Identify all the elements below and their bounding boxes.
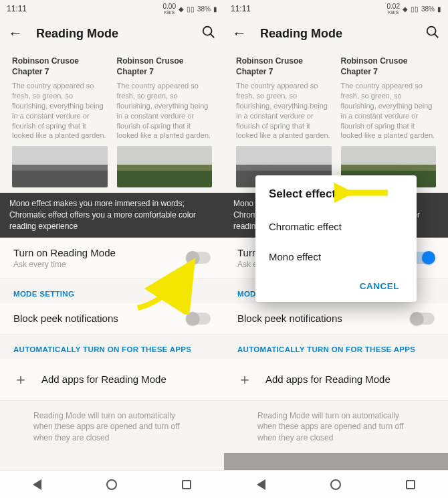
preview-text: The country appeared so fresh, so green,… bbox=[341, 81, 437, 141]
svg-point-2 bbox=[427, 26, 436, 35]
block-notifications-toggle[interactable] bbox=[411, 313, 435, 325]
phone-right: 11:11 0.02KB/S ◆ ▯▯ 38% ▮ ← Reading Mode… bbox=[224, 0, 448, 498]
dialog-option-mono[interactable]: Mono effect bbox=[269, 242, 403, 272]
battery-pct: 38% bbox=[421, 5, 435, 13]
signal-icon: ▯▯ bbox=[411, 5, 419, 13]
preview-image-mono bbox=[12, 146, 108, 187]
preview-title: Robinson Crusoe Chapter 7 bbox=[117, 56, 213, 77]
preview-mono[interactable]: Robinson Crusoe Chapter 7 The country ap… bbox=[236, 56, 332, 187]
block-notifications-row[interactable]: Block peek notifications bbox=[0, 303, 224, 335]
back-icon[interactable]: ← bbox=[8, 25, 23, 42]
preview-title: Robinson Crusoe Chapter 7 bbox=[12, 56, 108, 77]
nav-home-icon[interactable] bbox=[330, 479, 341, 490]
preview-image-chromatic bbox=[117, 146, 213, 187]
phone-left: 11:11 0.00KB/S ◆ ▯▯ 38% ▮ ← Reading Mode… bbox=[0, 0, 224, 498]
dialog-cancel-button[interactable]: CANCEL bbox=[269, 272, 403, 294]
svg-line-1 bbox=[211, 33, 215, 37]
battery-icon: ▮ bbox=[437, 5, 441, 13]
svg-point-0 bbox=[203, 26, 212, 35]
status-bar: 11:11 0.02KB/S ◆ ▯▯ 38% ▮ bbox=[224, 0, 448, 17]
app-header: ← Reading Mode bbox=[0, 17, 224, 50]
effect-description-banner: Mono effect makes you more immersed in w… bbox=[0, 193, 224, 237]
auto-apps-note: Reading Mode will turn on automatically … bbox=[0, 401, 224, 453]
nav-recents-icon[interactable] bbox=[406, 480, 415, 489]
plus-icon: ＋ bbox=[237, 369, 252, 390]
block-notifications-toggle[interactable] bbox=[187, 313, 211, 325]
turn-on-reading-mode-row[interactable]: Turn on Reading Mode Ask every time bbox=[0, 238, 224, 279]
row-subtext: Ask every time bbox=[13, 260, 187, 269]
status-bar: 11:11 0.00KB/S ◆ ▯▯ 38% ▮ bbox=[0, 0, 224, 17]
status-time: 11:11 bbox=[7, 4, 27, 13]
signal-icon: ▯▯ bbox=[187, 5, 195, 13]
page-title: Reading Mode bbox=[36, 27, 201, 41]
preview-chromatic[interactable]: Robinson Crusoe Chapter 7 The country ap… bbox=[341, 56, 437, 187]
effect-previews: Robinson Crusoe Chapter 7 The country ap… bbox=[224, 50, 448, 193]
status-time: 11:11 bbox=[231, 4, 251, 13]
reading-mode-toggle[interactable] bbox=[187, 252, 211, 264]
section-mode-setting: MODE SETTING bbox=[0, 279, 224, 303]
net-speed: 0.00KB/S bbox=[163, 3, 176, 15]
page-title: Reading Mode bbox=[260, 27, 425, 41]
preview-title: Robinson Crusoe Chapter 7 bbox=[341, 56, 437, 77]
section-auto-apps: AUTOMATICALLY TURN ON FOR THESE APPS bbox=[0, 335, 224, 359]
nav-recents-icon[interactable] bbox=[182, 480, 191, 489]
add-apps-row[interactable]: ＋ Add apps for Reading Mode bbox=[0, 359, 224, 401]
wifi-icon: ◆ bbox=[403, 5, 408, 13]
nav-back-icon[interactable] bbox=[257, 479, 265, 490]
row-label: Block peek notifications bbox=[13, 313, 187, 324]
app-header: ← Reading Mode bbox=[224, 17, 448, 50]
add-apps-row[interactable]: ＋ Add apps for Reading Mode bbox=[224, 359, 448, 401]
row-label: Block peek notifications bbox=[237, 313, 411, 324]
nav-back-icon[interactable] bbox=[33, 479, 41, 490]
battery-pct: 38% bbox=[197, 5, 211, 13]
preview-chromatic[interactable]: Robinson Crusoe Chapter 7 The country ap… bbox=[117, 56, 213, 187]
net-speed: 0.02KB/S bbox=[387, 3, 400, 15]
block-notifications-row[interactable]: Block peek notifications bbox=[224, 303, 448, 335]
nav-home-icon[interactable] bbox=[106, 479, 117, 490]
select-effect-dialog: Select effect Chromatic effect Mono effe… bbox=[255, 175, 417, 302]
status-icons: 0.00KB/S ◆ ▯▯ 38% ▮ bbox=[163, 3, 217, 15]
auto-apps-note: Reading Mode will turn on automatically … bbox=[224, 401, 448, 453]
preview-text: The country appeared so fresh, so green,… bbox=[236, 81, 332, 141]
status-icons: 0.02KB/S ◆ ▯▯ 38% ▮ bbox=[387, 3, 441, 15]
preview-text: The country appeared so fresh, so green,… bbox=[117, 81, 213, 141]
add-apps-label: Add apps for Reading Mode bbox=[41, 374, 166, 385]
section-auto-apps: AUTOMATICALLY TURN ON FOR THESE APPS bbox=[224, 335, 448, 359]
row-label: Turn on Reading Mode bbox=[13, 247, 187, 258]
preview-mono[interactable]: Robinson Crusoe Chapter 7 The country ap… bbox=[12, 56, 108, 187]
battery-icon: ▮ bbox=[213, 5, 217, 13]
add-apps-label: Add apps for Reading Mode bbox=[265, 374, 390, 385]
preview-title: Robinson Crusoe Chapter 7 bbox=[236, 56, 332, 77]
wifi-icon: ◆ bbox=[179, 5, 184, 13]
effect-previews: Robinson Crusoe Chapter 7 The country ap… bbox=[0, 50, 224, 193]
android-navbar bbox=[0, 470, 224, 498]
svg-line-3 bbox=[435, 33, 439, 37]
plus-icon: ＋ bbox=[13, 369, 28, 390]
dialog-title: Select effect bbox=[269, 187, 403, 201]
preview-text: The country appeared so fresh, so green,… bbox=[12, 81, 108, 141]
search-icon[interactable] bbox=[425, 25, 440, 43]
dialog-option-chromatic[interactable]: Chromatic effect bbox=[269, 212, 403, 242]
search-icon[interactable] bbox=[201, 25, 216, 43]
android-navbar bbox=[224, 470, 448, 498]
back-icon[interactable]: ← bbox=[232, 25, 247, 42]
